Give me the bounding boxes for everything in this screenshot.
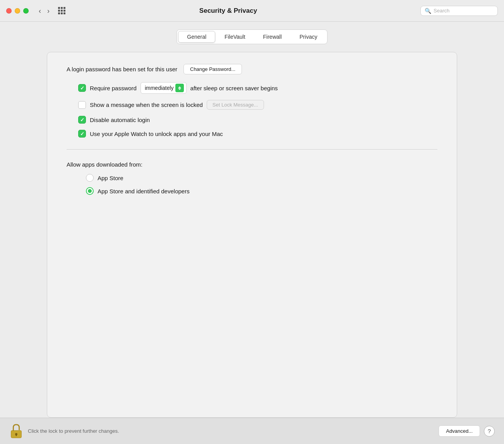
- bottom-bar: Click the lock to prevent further change…: [0, 418, 504, 444]
- app-store-radio-row: App Store: [86, 174, 437, 182]
- require-password-label-before: Require password: [90, 85, 137, 91]
- title-bar: ‹ › Security & Privacy 🔍: [0, 0, 504, 22]
- app-store-identified-label: App Store and identified developers: [98, 188, 190, 194]
- disable-autologin-checkbox[interactable]: [78, 116, 86, 124]
- tab-firewall[interactable]: Firewall: [255, 31, 290, 43]
- disable-autologin-label: Disable automatic login: [90, 117, 150, 123]
- app-store-label: App Store: [98, 175, 123, 181]
- downloads-section: Allow apps downloaded from: App Store Ap…: [67, 161, 437, 195]
- lock-status-text: Click the lock to prevent further change…: [28, 428, 119, 434]
- options-list: Require password immediately after sleep…: [67, 82, 437, 138]
- set-lock-message-button[interactable]: Set Lock Message...: [207, 100, 264, 110]
- password-row: A login password has been set for this u…: [67, 64, 437, 74]
- tab-general[interactable]: General: [178, 31, 215, 43]
- search-icon: 🔍: [425, 8, 431, 14]
- login-password-label: A login password has been set for this u…: [67, 66, 177, 72]
- window-title: Security & Privacy: [41, 7, 416, 15]
- apple-watch-row: Use your Apple Watch to unlock apps and …: [78, 130, 437, 138]
- password-timing-dropdown[interactable]: immediately: [141, 82, 187, 94]
- disable-autologin-row: Disable automatic login: [78, 116, 437, 124]
- bottom-buttons: Advanced... ?: [439, 425, 495, 437]
- password-section: A login password has been set for this u…: [67, 64, 437, 138]
- app-store-identified-radio[interactable]: [86, 187, 94, 195]
- app-store-identified-radio-row: App Store and identified developers: [86, 187, 437, 195]
- radio-options: App Store App Store and identified devel…: [67, 174, 437, 195]
- minimize-button[interactable]: [15, 8, 20, 14]
- arrow-up-icon: [178, 86, 181, 88]
- lock-icon[interactable]: [9, 423, 23, 439]
- maximize-button[interactable]: [23, 8, 29, 14]
- change-password-button[interactable]: Change Password...: [183, 64, 242, 74]
- svg-rect-2: [16, 434, 17, 436]
- apple-watch-label: Use your Apple Watch to unlock apps and …: [90, 131, 223, 137]
- show-message-checkbox[interactable]: [78, 101, 86, 109]
- dropdown-arrows-icon: [175, 84, 184, 92]
- main-content: General FileVault Firewall Privacy A log…: [0, 22, 504, 418]
- help-button[interactable]: ?: [484, 426, 495, 437]
- require-password-checkbox[interactable]: [78, 84, 86, 92]
- traffic-lights: [6, 8, 29, 14]
- advanced-button[interactable]: Advanced...: [439, 425, 480, 437]
- arrow-down-icon: [178, 88, 181, 90]
- section-divider: [67, 149, 437, 150]
- tab-bar: General FileVault Firewall Privacy: [177, 29, 327, 44]
- require-password-label-after: after sleep or screen saver begins: [190, 85, 278, 91]
- require-password-row: Require password immediately after sleep…: [78, 82, 437, 94]
- lock-icon-area: Click the lock to prevent further change…: [9, 423, 439, 439]
- downloads-label: Allow apps downloaded from:: [67, 161, 437, 168]
- search-input[interactable]: [434, 8, 494, 14]
- dropdown-value: immediately: [145, 85, 174, 91]
- close-button[interactable]: [6, 8, 12, 14]
- tab-filevault[interactable]: FileVault: [216, 31, 254, 43]
- search-bar[interactable]: 🔍: [420, 6, 498, 16]
- app-store-radio[interactable]: [86, 174, 94, 182]
- show-message-label: Show a message when the screen is locked: [90, 102, 203, 108]
- show-message-row: Show a message when the screen is locked…: [78, 100, 437, 110]
- tab-privacy[interactable]: Privacy: [291, 31, 326, 43]
- apple-watch-checkbox[interactable]: [78, 130, 86, 138]
- settings-panel: A login password has been set for this u…: [47, 52, 457, 418]
